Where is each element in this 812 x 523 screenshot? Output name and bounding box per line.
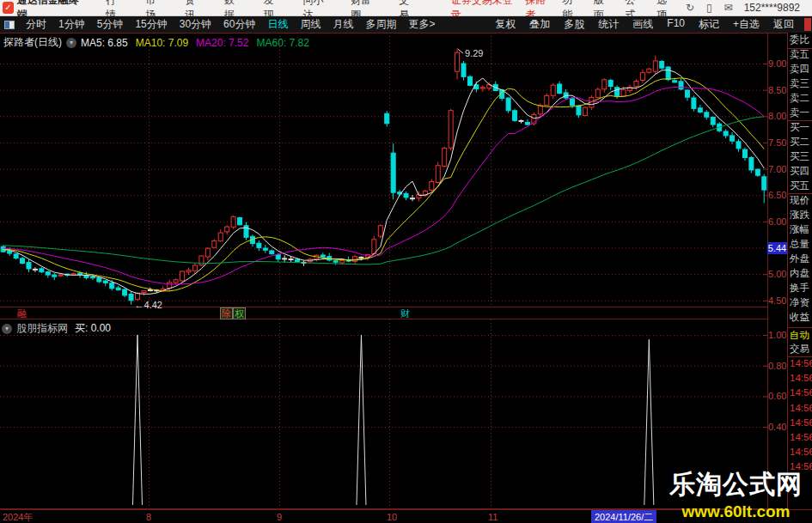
sidebar-divider xyxy=(788,327,812,328)
chart-tools: 复权叠加多股统计画线F10标记+自选返回 xyxy=(488,17,812,32)
indicator-title[interactable]: 股朋指标网 xyxy=(16,321,68,336)
sidebar-row-买四[interactable]: 买四 xyxy=(790,165,812,178)
tick-time: 14:56 xyxy=(790,402,812,415)
chevron-down-icon[interactable]: ▾ xyxy=(2,324,12,334)
marker-char: 权 xyxy=(233,307,246,319)
date-axis: 2024年8910112024/11/26/二 xyxy=(0,509,812,523)
price-label-6.00: 6.00 xyxy=(768,216,786,228)
period-tab-60分钟[interactable]: 60分钟 xyxy=(217,17,261,32)
event-marker-财[interactable]: 财 xyxy=(400,308,410,319)
buy-signal-spike xyxy=(132,335,142,505)
sidebar-row-买一[interactable]: 买一 xyxy=(790,121,812,134)
period-tab-分时[interactable]: 分时 xyxy=(20,17,52,32)
sidebar-row-卖一[interactable]: 卖一 xyxy=(790,106,812,119)
event-marker-除权[interactable]: 除权 xyxy=(220,308,246,319)
sidebar-divider xyxy=(788,193,812,194)
tick-time: 14:56 xyxy=(790,446,812,459)
high-annotation: 9.29 xyxy=(465,48,483,58)
period-tab-周线[interactable]: 周线 xyxy=(294,17,327,32)
price-label-9.00: 9.00 xyxy=(768,58,786,70)
sidebar-row-自动[interactable]: 自动 xyxy=(790,329,812,342)
sidebar-row-外盘[interactable]: 外盘 xyxy=(790,252,812,265)
date-month-8: 8 xyxy=(146,511,151,523)
sidebar-row-卖四[interactable]: 卖四 xyxy=(790,63,812,76)
ma-label: MA20: 7.52 xyxy=(196,37,248,49)
tool-button-复权[interactable]: 复权 xyxy=(488,17,522,32)
sidebar-row-买五[interactable]: 买五 xyxy=(790,179,812,192)
tick-time: 14:56 xyxy=(790,431,812,444)
period-tab-5分钟[interactable]: 5分钟 xyxy=(91,17,130,32)
period-tab-日线[interactable]: 日线 xyxy=(261,17,294,32)
price-label-8.50: 8.50 xyxy=(768,84,786,96)
tick-time: 14:56 xyxy=(790,460,812,473)
candles xyxy=(1,48,766,305)
indicator-header: ▾ 股朋指标网 买: 0.00 xyxy=(2,321,111,336)
buy-signal-spike xyxy=(644,339,654,505)
sidebar-row-交易[interactable]: 交易 xyxy=(790,343,812,356)
sidebar-row-卖三[interactable]: 卖三 xyxy=(790,77,812,90)
tick-time: 14:56 xyxy=(790,357,812,370)
sidebar-row-总量[interactable]: 总量 xyxy=(790,238,812,251)
sidebar-row-卖五[interactable]: 卖五 xyxy=(790,48,812,61)
period-tabs: 分时1分钟5分钟15分钟30分钟60分钟日线周线月线多周期更多> xyxy=(20,17,441,32)
indicator-value: 买: 0.00 xyxy=(75,321,111,336)
tool-button-统计[interactable]: 统计 xyxy=(591,17,626,32)
sidebar-row-涨跌[interactable]: 涨跌 xyxy=(790,209,812,222)
ma-label: MA10: 7.09 xyxy=(136,37,188,49)
period-tab-更多>[interactable]: 更多> xyxy=(402,17,441,32)
indicator-label-0.60: 0.60 xyxy=(768,390,786,402)
period-tab-15分钟[interactable]: 15分钟 xyxy=(129,17,173,32)
ma-label: MA60: 7.82 xyxy=(256,37,308,49)
indicator-label-0.80: 0.80 xyxy=(768,360,786,372)
buy-signal-spike xyxy=(357,335,366,505)
sidebar-row-涨幅[interactable]: 涨幅 xyxy=(790,223,812,236)
ma-line-10 xyxy=(3,78,765,291)
tool-button-画线[interactable]: 画线 xyxy=(626,17,660,32)
price-label-4.50: 4.50 xyxy=(768,295,786,307)
period-tab-多周期[interactable]: 多周期 xyxy=(359,17,402,32)
sidebar-row-卖二[interactable]: 卖二 xyxy=(790,92,812,105)
chart-area: 9.29←4.42 探路者(日线) ▾ MA5: 6.85MA10: 7.09M… xyxy=(0,33,812,523)
chart-tool-buttons: 复权叠加多股统计画线F10标记+自选返回 xyxy=(488,17,801,32)
tool-button-标记[interactable]: 标记 xyxy=(692,17,726,32)
sidebar-row-内盘[interactable]: 内盘 xyxy=(790,267,812,280)
tool-button-+自选[interactable]: +自选 xyxy=(726,17,766,32)
main-chart[interactable]: 9.29←4.42 xyxy=(0,33,812,523)
period-tab-1分钟[interactable]: 1分钟 xyxy=(52,17,91,32)
sidebar-row-收益[interactable]: 收益 xyxy=(790,311,812,324)
mail-icon[interactable]: ✉ xyxy=(718,2,739,14)
indicator-label-1.00: 1.00 xyxy=(768,329,786,341)
selected-date-badge: 2024/11/26/二 xyxy=(591,510,656,523)
sidebar-row-委比[interactable]: 委比 xyxy=(790,33,812,46)
date-year: 2024年 xyxy=(3,511,33,523)
tool-button-叠加[interactable]: 叠加 xyxy=(522,17,557,32)
tool-button-F10[interactable]: F10 xyxy=(660,17,692,32)
chart-header: 探路者(日线) ▾ MA5: 6.85MA10: 7.09MA20: 7.52M… xyxy=(3,35,317,50)
period-tab-30分钟[interactable]: 30分钟 xyxy=(174,17,217,32)
price-label-7.00: 7.00 xyxy=(768,163,786,175)
event-marker-融[interactable]: 融 xyxy=(17,308,27,319)
sidebar-row-净资[interactable]: 净资 xyxy=(790,296,812,309)
ma-values: MA5: 6.85MA10: 7.09MA20: 7.52MA60: 7.82 xyxy=(81,37,317,49)
price-label-6.50: 6.50 xyxy=(768,189,786,201)
tool-button-返回[interactable]: 返回 xyxy=(766,17,801,32)
price-label-7.50: 7.50 xyxy=(768,137,786,149)
layout-view-icon[interactable] xyxy=(4,21,15,29)
tdx-terminal-window: ✓ 通达信金融终端 行情市场资讯数据发现问小达财富圈交易 证券交易未登录 探路者… xyxy=(0,0,812,523)
scroll-corner-icon[interactable] xyxy=(804,18,811,31)
date-month-11: 11 xyxy=(488,511,498,523)
sidebar-row-买二[interactable]: 买二 xyxy=(790,136,812,149)
device-icon[interactable]: ▯ xyxy=(700,2,718,14)
sidebar-row-现价[interactable]: 现价 xyxy=(790,194,812,207)
user-phone-number[interactable]: 152****9892 xyxy=(744,2,800,14)
chevron-down-icon[interactable]: ▾ xyxy=(66,38,76,48)
sidebar-divider xyxy=(788,48,812,49)
ma-lines xyxy=(3,70,765,295)
sidebar-row-买三[interactable]: 买三 xyxy=(790,150,812,163)
period-tab-月线[interactable]: 月线 xyxy=(327,17,359,32)
tool-button-多股[interactable]: 多股 xyxy=(557,17,591,32)
signal-spikes xyxy=(132,335,653,505)
sidebar-row-换手[interactable]: 换手 xyxy=(790,282,812,295)
quote-sidebar[interactable]: 委比卖五卖四卖三卖二卖一买一买二买三买四买五现价涨跌涨幅总量外盘内盘换手净资收益… xyxy=(787,33,812,523)
refresh-icon[interactable]: ↻ xyxy=(680,2,700,14)
